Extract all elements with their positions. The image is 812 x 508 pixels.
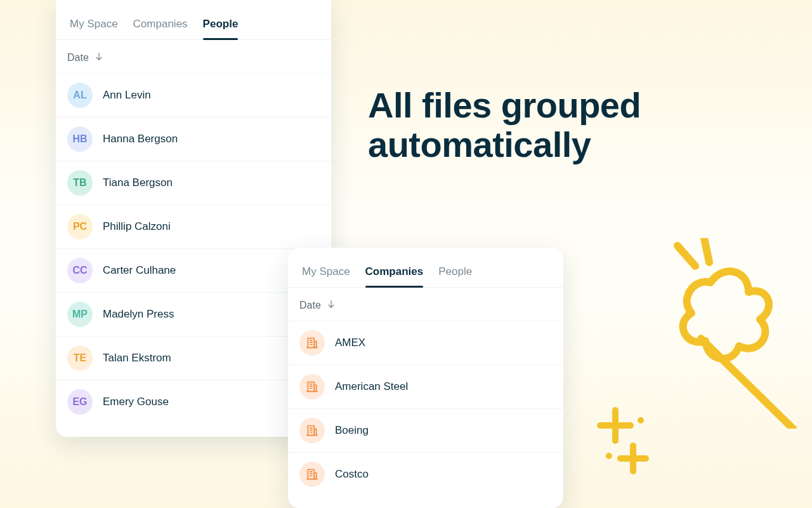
- person-name: Madelyn Press: [103, 308, 174, 321]
- arrow-down-icon: [94, 51, 104, 64]
- list-item[interactable]: ALAnn Levin: [56, 73, 331, 117]
- person-name: Carter Culhane: [103, 264, 176, 277]
- sparkle-icon: [596, 406, 666, 483]
- avatar: PC: [67, 214, 93, 239]
- arrow-down-icon: [326, 299, 336, 312]
- list-item[interactable]: Costco: [288, 452, 563, 496]
- company-name: AMEX: [335, 337, 365, 349]
- list-item[interactable]: TBTiana Bergson: [56, 161, 331, 204]
- svg-line-27: [704, 238, 709, 262]
- avatar: MP: [67, 302, 93, 327]
- person-name: Emery Gouse: [103, 396, 169, 408]
- svg-rect-15: [314, 429, 316, 436]
- avatar: HB: [67, 126, 93, 152]
- company-name: Boeing: [335, 424, 369, 437]
- avatar: CC: [67, 258, 93, 283]
- tab-people[interactable]: People: [203, 18, 239, 39]
- tab-companies[interactable]: Companies: [365, 265, 424, 287]
- tab-companies[interactable]: Companies: [133, 18, 188, 39]
- sort-control[interactable]: Date: [288, 288, 563, 321]
- svg-rect-3: [314, 342, 316, 348]
- avatar: EG: [67, 389, 93, 415]
- svg-rect-9: [314, 385, 316, 392]
- building-icon: [299, 330, 325, 356]
- list-item[interactable]: AMEX: [288, 321, 563, 364]
- person-name: Ann Levin: [103, 89, 151, 102]
- person-name: Talan Ekstrom: [103, 352, 171, 364]
- sort-control[interactable]: Date: [56, 40, 331, 73]
- tab-people[interactable]: People: [438, 265, 472, 287]
- building-icon: [299, 418, 325, 443]
- tab-my-space[interactable]: My Space: [302, 265, 350, 287]
- tab-my-space[interactable]: My Space: [70, 18, 118, 39]
- list-item[interactable]: American Steel: [288, 364, 563, 408]
- list-item[interactable]: Boeing: [288, 408, 563, 452]
- person-name: Hanna Bergson: [103, 133, 178, 145]
- wand-star-icon: [634, 238, 812, 429]
- companies-panel: My Space Companies People Date AMEXAmeri…: [288, 248, 563, 508]
- building-icon: [299, 462, 325, 487]
- svg-point-31: [638, 417, 644, 424]
- companies-list: AMEXAmerican SteelBoeingCostco: [288, 321, 563, 496]
- avatar: TE: [67, 345, 93, 371]
- svg-rect-21: [314, 473, 316, 479]
- list-item[interactable]: PCPhillip Calzoni: [56, 204, 331, 248]
- person-name: Phillip Calzoni: [103, 220, 171, 233]
- companies-tabs: My Space Companies People: [288, 248, 563, 288]
- avatar: TB: [67, 170, 93, 196]
- people-tabs: My Space Companies People: [56, 0, 331, 40]
- sort-label: Date: [67, 52, 89, 64]
- avatar: AL: [67, 83, 93, 108]
- company-name: American Steel: [335, 380, 408, 393]
- sort-label: Date: [299, 300, 321, 311]
- building-icon: [299, 374, 325, 399]
- list-item[interactable]: HBHanna Bergson: [56, 117, 331, 161]
- person-name: Tiana Bergson: [103, 177, 173, 189]
- company-name: Costco: [335, 468, 369, 481]
- svg-point-32: [606, 453, 612, 459]
- svg-line-26: [678, 246, 695, 266]
- headline: All files grouped automatically: [368, 86, 812, 164]
